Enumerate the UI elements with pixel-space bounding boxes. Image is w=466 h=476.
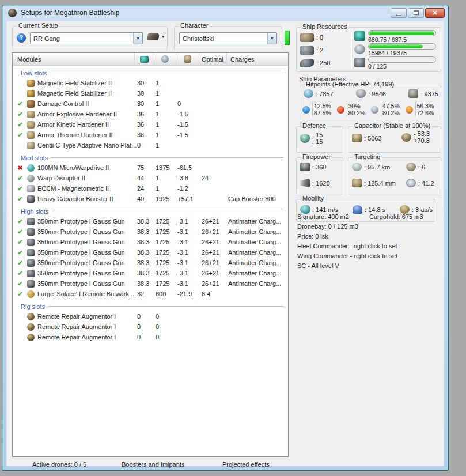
module-cap-use: -3.8	[177, 175, 202, 182]
module-cap-use: -61.5	[177, 164, 202, 171]
character-select[interactable]: Christoffski ▼	[179, 32, 277, 44]
close-button[interactable]: ✕	[425, 8, 445, 18]
cpu-resource-row: 680.75 / 687.5	[354, 30, 436, 43]
cpu-icon	[354, 31, 365, 41]
help-icon[interactable]: ?	[17, 33, 26, 43]
module-powergrid: 1	[156, 121, 177, 128]
active-drones-label[interactable]: Active drones: 0 / 5	[32, 461, 86, 468]
module-row[interactable]: ✔350mm Prototype I Gauss Gun38.31725-3.1…	[13, 237, 288, 247]
module-row[interactable]: ✔Damage Control II3010	[13, 99, 288, 109]
minimize-button[interactable]	[391, 8, 407, 18]
module-row[interactable]: ✔Heavy Capacitor Booster II401925+57.1Ca…	[13, 194, 288, 204]
module-cap-use: -3.1	[177, 280, 202, 287]
minimize-icon	[396, 14, 401, 16]
dps-value: : 360	[312, 164, 326, 171]
gun-module-icon	[27, 228, 35, 236]
charges-column-header: Charges	[227, 53, 288, 65]
module-optimal: 8.4	[202, 290, 228, 297]
module-powergrid: 1	[156, 100, 177, 107]
defence-label: Defence	[301, 122, 328, 129]
module-name: Remote Repair Augmentor I	[36, 334, 137, 341]
module-row[interactable]: ✔350mm Prototype I Gauss Gun38.31725-3.1…	[13, 247, 288, 258]
section-divider	[51, 157, 283, 158]
shield-hp-value: : 7857	[316, 90, 334, 97]
mobility-label: Mobility	[301, 195, 325, 202]
module-charges: Cap Booster 800	[228, 195, 288, 202]
module-charges: Antimatter Charg...	[228, 280, 288, 287]
module-cpu: 40	[137, 195, 156, 202]
shield-hp-icon	[304, 89, 313, 98]
module-row[interactable]: Magnetic Field Stabilizer II301	[13, 88, 288, 99]
module-cpu: 44	[137, 175, 156, 182]
module-powergrid: 1375	[156, 164, 177, 171]
maximize-button[interactable]	[408, 8, 424, 18]
cpu-column-icon	[140, 56, 149, 63]
module-row[interactable]: Centii C-Type Adaptive Nano Plat...01	[13, 140, 288, 150]
module-charges: Antimatter Charg...	[228, 228, 288, 235]
module-name: Remote Repair Augmentor I	[36, 313, 137, 320]
title-bar[interactable]: Setups for Megathron Battleship ✕	[2, 5, 448, 20]
optimal-column-header: Optimal	[199, 53, 227, 65]
structure-hp-icon	[408, 89, 418, 98]
module-row[interactable]: Remote Repair Augmentor I00	[13, 322, 288, 332]
module-optimal: 24	[202, 175, 228, 182]
wing-commander-setting[interactable]: Wing Commander - right click to set	[297, 252, 397, 259]
rig-module-icon	[27, 323, 35, 331]
slot-section-header: Med slots	[13, 153, 288, 163]
align-time-icon	[353, 205, 362, 214]
module-row[interactable]: ✔Armor Thermic Hardener II361-1.5	[13, 130, 288, 140]
turret-hardpoints-value: : 0	[316, 34, 323, 41]
gun-module-icon	[27, 218, 35, 225]
character-skill-indicator	[285, 31, 290, 45]
module-row[interactable]: Remote Repair Augmentor I00	[13, 332, 288, 342]
sensor-strength-icon	[406, 179, 416, 187]
module-name: 350mm Prototype I Gauss Gun	[36, 259, 137, 266]
module-row[interactable]: ✔350mm Prototype I Gauss Gun38.31725-3.1…	[13, 268, 288, 278]
module-cap-use: -1.5	[177, 111, 202, 118]
module-row[interactable]: ✔350mm Prototype I Gauss Gun38.31725-3.1…	[13, 278, 288, 289]
gun-module-icon	[27, 239, 35, 246]
module-optimal: 26+21	[202, 239, 228, 245]
module-name: ECCM - Magnetometric II	[36, 185, 137, 192]
module-powergrid: 1725	[156, 218, 177, 225]
projected-effects-label[interactable]: Projected effects	[222, 461, 270, 468]
capacitor-label: Capacitor (Stable at 100%)	[353, 122, 432, 129]
module-row[interactable]: Remote Repair Augmentor I00	[13, 311, 288, 322]
dps-icon	[300, 163, 310, 171]
module-optimal: 26+21	[202, 280, 228, 287]
fleet-commander-setting[interactable]: Fleet Commander - right click to set	[297, 243, 397, 250]
price-value: Price: 0 isk	[297, 233, 328, 240]
slot-section-label: Med slots	[13, 154, 48, 161]
module-name: Armor Kinetic Hardener II	[36, 121, 137, 128]
gun-module-icon	[27, 249, 35, 256]
module-row[interactable]: ✔Armor Kinetic Hardener II361-1.5	[13, 119, 288, 130]
module-row[interactable]: ✔Large 'Solace' I Remote Bulwark ...3260…	[13, 289, 288, 299]
module-row[interactable]: ✔Armor Explosive Hardener II361-1.5	[13, 109, 288, 119]
setup-select[interactable]: RR Gang ▼	[30, 32, 143, 44]
load-setup-button[interactable]: ▼	[147, 33, 165, 40]
chevron-down-icon: ▼	[133, 33, 142, 44]
module-row[interactable]: Magnetic Field Stabilizer II301	[13, 78, 288, 88]
module-row[interactable]: ✔ECCM - Magnetometric II241-1.2	[13, 183, 288, 194]
module-powergrid: 1725	[156, 249, 177, 256]
module-name: Centii C-Type Adaptive Nano Plat...	[36, 142, 137, 149]
drone-icon	[354, 58, 365, 67]
capacitor-column-icon	[184, 55, 191, 63]
module-cpu: 38.3	[137, 259, 156, 266]
module-row[interactable]: ✔350mm Prototype I Gauss Gun38.31725-3.1…	[13, 226, 288, 237]
module-cpu: 30	[137, 100, 156, 107]
module-cap-use: -3.1	[177, 249, 202, 256]
armor-plate-module-icon	[27, 142, 35, 149]
module-row[interactable]: ✔350mm Prototype I Gauss Gun38.31725-3.1…	[13, 216, 288, 226]
module-cpu: 38.3	[137, 218, 156, 225]
module-row[interactable]: ✔Warp Disruptor II441-3.824	[13, 173, 288, 183]
module-row[interactable]: ✖100MN MicroWarpdrive II751375-61.5	[13, 163, 288, 173]
kinetic-armor-resist: 80.2%	[382, 109, 400, 116]
launcher-hardpoints-value: : 2	[316, 47, 323, 54]
module-row[interactable]: ✔350mm Prototype I Gauss Gun38.31725-3.1…	[13, 258, 288, 268]
em-armor-resist: 67.5%	[314, 109, 331, 116]
boosters-implants-label[interactable]: Boosters and Imlpants	[122, 461, 184, 468]
capacitor-amount-icon	[352, 134, 362, 142]
module-cpu: 0	[137, 142, 156, 149]
align-time-value: : 14.8 s	[365, 206, 385, 213]
